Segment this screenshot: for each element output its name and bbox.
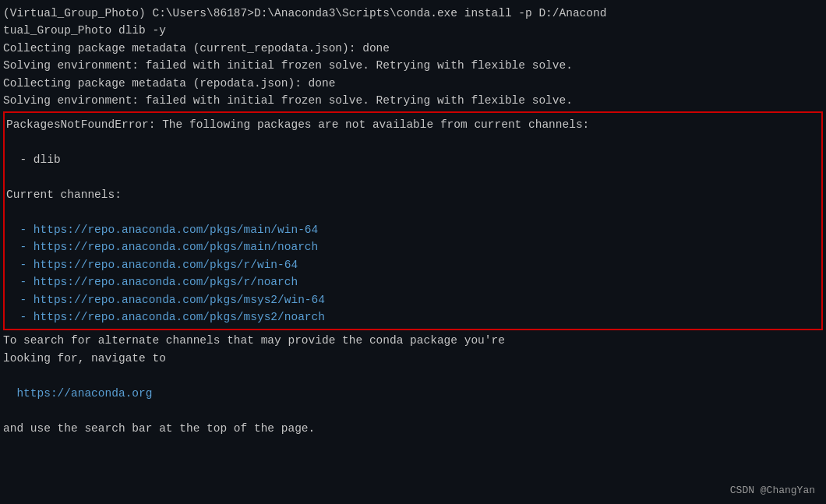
terminal-line-1: (Virtual_Group_Photo) C:\Users\86187>D:\… [3, 5, 823, 22]
error-box: PackagesNotFoundError: The following pac… [3, 111, 823, 331]
footer-line-1: To search for alternate channels that ma… [3, 332, 823, 349]
error-line-8: - https://repo.anaconda.com/pkgs/main/no… [6, 238, 820, 256]
terminal-line-5: Collecting package metadata (repodata.js… [3, 75, 823, 92]
error-line-3: - dlib [6, 151, 820, 168]
terminal-line-2: tual_Group_Photo dlib -y [3, 22, 823, 39]
error-line-1: PackagesNotFoundError: The following pac… [6, 116, 820, 133]
error-line-7: - https://repo.anaconda.com/pkgs/main/wi… [6, 221, 820, 238]
terminal-window: (Virtual_Group_Photo) C:\Users\86187>D:\… [0, 0, 826, 504]
error-line-6 [6, 203, 820, 220]
error-line-9: - https://repo.anaconda.com/pkgs/r/win-6… [6, 256, 820, 273]
footer-line-2: looking for, navigate to [3, 350, 823, 367]
footer-line-3 [3, 367, 823, 384]
footer-line-4: https://anaconda.org [3, 385, 823, 402]
error-line-5: Current channels: [6, 186, 820, 203]
error-line-10: - https://repo.anaconda.com/pkgs/r/noarc… [6, 273, 820, 291]
terminal-line-4: Solving environment: failed with initial… [3, 57, 823, 74]
footer-line-5 [3, 402, 823, 419]
error-line-11: - https://repo.anaconda.com/pkgs/msys2/w… [6, 291, 820, 308]
error-line-2 [6, 133, 820, 150]
csdn-watermark: CSDN @ChangYan [730, 485, 815, 496]
error-line-4 [6, 168, 820, 185]
terminal-line-3: Collecting package metadata (current_rep… [3, 40, 823, 57]
error-line-12: - https://repo.anaconda.com/pkgs/msys2/n… [6, 308, 820, 326]
terminal-line-6: Solving environment: failed with initial… [3, 92, 823, 109]
footer-line-6: and use the search bar at the top of the… [3, 420, 823, 437]
